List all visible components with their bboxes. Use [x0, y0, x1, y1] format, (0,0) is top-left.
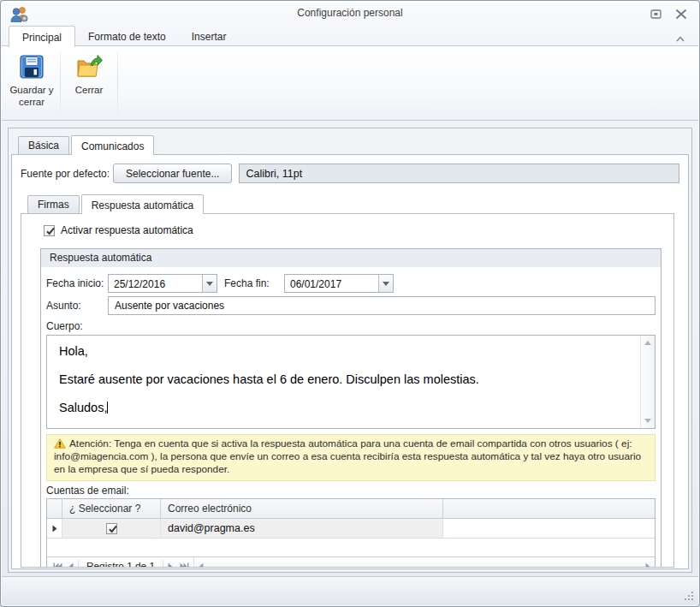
- tab-firmas[interactable]: Firmas: [27, 195, 80, 213]
- default-font-label: Fuente por defecto:: [21, 168, 113, 180]
- scroll-left-icon[interactable]: [194, 560, 208, 568]
- body-vertical-scrollbar[interactable]: [640, 336, 655, 428]
- start-date-picker[interactable]: 25/12/2016: [108, 274, 217, 293]
- warning-text: Atención: Tenga en cuenta que si activa …: [54, 437, 641, 475]
- end-date-dropdown-button[interactable]: [378, 275, 393, 292]
- ribbon-tab-insertar[interactable]: Insertar: [179, 27, 240, 46]
- grid-header-filler: [443, 499, 655, 518]
- collapse-ribbon-icon[interactable]: [674, 32, 686, 42]
- tab-respuesta-automatica[interactable]: Respuesta automática: [81, 194, 204, 214]
- main-tab-strip: Básica Comunicados: [9, 128, 691, 154]
- table-row[interactable]: david@pragma.es: [47, 519, 655, 539]
- main-panel: Básica Comunicados Fuente por defecto: S…: [8, 128, 692, 573]
- next-record-button[interactable]: [163, 560, 177, 568]
- auto-reply-groupbox: Respuesta automática Fecha inicio: 25/12…: [40, 248, 661, 568]
- body-text: Hola, Estaré ausente por vacaciones hast…: [59, 344, 479, 414]
- default-font-value-field[interactable]: Calibri, 11pt: [239, 164, 679, 183]
- previous-record-button[interactable]: [64, 560, 78, 568]
- chevron-down-icon: [206, 282, 213, 286]
- ribbon-tab-principal[interactable]: Principal: [9, 26, 75, 47]
- end-date-value[interactable]: 06/01/2017: [285, 275, 378, 292]
- save-and-close-label: Guardar y cerrar: [9, 84, 54, 109]
- grid-header-select[interactable]: ¿ Seleccionar ?: [62, 499, 161, 518]
- body-textarea[interactable]: Hola, Estaré ausente por vacaciones hast…: [46, 335, 656, 429]
- text-cursor: [107, 402, 108, 414]
- grid-header-selector: [47, 499, 62, 518]
- last-record-button[interactable]: [177, 560, 191, 568]
- save-icon: [18, 53, 45, 80]
- dialog-window: Configuración personal Principal Formato…: [0, 0, 700, 607]
- cerrar-button[interactable]: Cerrar: [64, 50, 114, 117]
- subject-input[interactable]: Ausente por vacaciones: [108, 296, 656, 315]
- subject-label: Asunto:: [46, 300, 108, 312]
- scroll-up-icon[interactable]: [641, 336, 655, 349]
- row-indicator-icon: [52, 525, 57, 533]
- ribbon-separator: [60, 51, 61, 116]
- row-email-cell[interactable]: david@pragma.es: [161, 519, 443, 538]
- row-filler-cell: [443, 519, 655, 538]
- row-selector-cell[interactable]: [47, 519, 62, 538]
- email-accounts-label: Cuentas de email:: [46, 485, 656, 497]
- start-date-label: Fecha inicio:: [46, 277, 108, 289]
- warning-icon: [54, 438, 66, 449]
- comunicados-tab-page: Fuente por defecto: Seleccionar fuente..…: [11, 154, 689, 569]
- select-font-button[interactable]: Seleccionar fuente...: [113, 164, 232, 183]
- enable-auto-reply-checkbox[interactable]: [44, 225, 55, 236]
- minimize-button[interactable]: [647, 7, 664, 21]
- grid-header-email[interactable]: Correo electrónico: [161, 499, 443, 518]
- close-button[interactable]: [673, 7, 690, 21]
- row-select-checkbox[interactable]: [106, 523, 117, 534]
- tab-basica[interactable]: Básica: [18, 136, 69, 154]
- scroll-right-icon[interactable]: [641, 560, 655, 568]
- enable-auto-reply-label: Activar respuesta automática: [61, 224, 193, 236]
- record-navigator: Registro 1 de 1: [47, 556, 655, 568]
- titlebar[interactable]: Configuración personal: [2, 2, 698, 25]
- end-date-picker[interactable]: 06/01/2017: [284, 274, 394, 293]
- cerrar-label: Cerrar: [67, 84, 111, 96]
- ribbon-tab-strip: Principal Formato de texto Insertar: [2, 25, 698, 46]
- first-record-button[interactable]: [50, 560, 64, 568]
- ribbon-tab-formato[interactable]: Formato de texto: [75, 27, 179, 46]
- ribbon-separator: [117, 51, 118, 116]
- window-title: Configuración personal: [2, 7, 698, 19]
- scroll-down-icon[interactable]: [641, 414, 655, 427]
- start-date-value[interactable]: 25/12/2016: [109, 275, 202, 292]
- email-accounts-grid: ¿ Seleccionar ? Correo electrónico: [46, 498, 656, 568]
- grid-header-row: ¿ Seleccionar ? Correo electrónico: [47, 499, 655, 519]
- groupbox-caption: Respuesta automática: [41, 249, 661, 267]
- warning-panel: Atención: Tenga en cuenta que si activa …: [46, 434, 656, 481]
- status-strip: [2, 576, 698, 605]
- save-and-close-button[interactable]: Guardar y cerrar: [7, 50, 56, 117]
- end-date-label: Fecha fin:: [224, 277, 284, 289]
- chevron-down-icon: [383, 282, 389, 286]
- row-select-cell[interactable]: [62, 519, 161, 538]
- resize-grip[interactable]: [684, 591, 695, 602]
- respuesta-automatica-page: Activar respuesta automática Respuesta a…: [21, 213, 674, 568]
- horizontal-scrollbar[interactable]: [193, 557, 655, 568]
- start-date-dropdown-button[interactable]: [202, 275, 217, 292]
- ribbon: Guardar y cerrar Cerrar: [2, 45, 698, 121]
- record-counter: Registro 1 de 1: [78, 560, 163, 568]
- sub-tab-strip: Firmas Respuesta automática: [21, 194, 679, 213]
- close-folder-icon: [75, 53, 103, 80]
- tab-comunicados[interactable]: Comunicados: [71, 135, 154, 155]
- body-label: Cuerpo:: [46, 320, 656, 332]
